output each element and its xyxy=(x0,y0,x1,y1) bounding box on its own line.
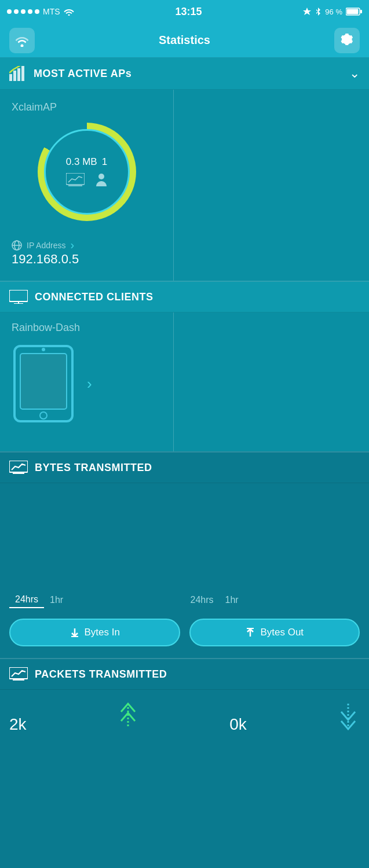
svg-rect-9 xyxy=(66,173,85,185)
person-icon xyxy=(95,172,108,187)
app-header: Statistics xyxy=(0,23,369,58)
svg-rect-8 xyxy=(21,66,24,81)
ap-circle: 0.3 MB 1 xyxy=(12,123,162,221)
monitor-icon xyxy=(9,290,28,304)
gear-icon xyxy=(339,32,355,49)
signal-dots xyxy=(7,9,39,14)
packets-out-arrow xyxy=(337,699,360,734)
client-chevron-icon[interactable]: › xyxy=(87,375,92,393)
status-bar: MTS 13:15 96 % xyxy=(0,0,369,23)
svg-point-0 xyxy=(68,14,70,16)
client-right-panel xyxy=(174,312,369,451)
ip-value: 192.168.0.5 xyxy=(12,252,162,267)
packets-in-value: 2k xyxy=(9,715,27,734)
svg-rect-19 xyxy=(20,354,67,409)
packets-title: PACKETS TRANSMITTED xyxy=(35,668,167,681)
svg-point-21 xyxy=(42,348,45,351)
ip-chevron-icon[interactable]: › xyxy=(70,238,74,252)
bytes-in-24hr-button[interactable]: 24hrs xyxy=(9,592,44,608)
svg-rect-2 xyxy=(347,9,359,14)
circle-inner: 0.3 MB 1 xyxy=(44,129,130,215)
packets-chart-icon xyxy=(9,667,28,681)
client-name: Rainbow-Dash xyxy=(12,322,162,334)
svg-rect-6 xyxy=(13,71,16,81)
tablet-icon xyxy=(12,343,75,424)
chart-icon xyxy=(9,66,27,81)
packets-out-arrow-icon xyxy=(337,699,360,734)
status-right: 96 % xyxy=(303,8,362,16)
settings-button[interactable] xyxy=(334,28,360,53)
packets-in-arrow xyxy=(116,699,140,734)
circle-outer: 0.3 MB 1 xyxy=(38,123,136,221)
bytes-in-1hr-button[interactable]: 1hr xyxy=(44,593,69,608)
most-active-content: XclaimAP 0.3 MB 1 xyxy=(0,90,369,282)
status-time: 13:15 xyxy=(175,6,202,18)
packets-in-stat: 2k xyxy=(9,715,27,734)
clients-header-left: CONNECTED CLIENTS xyxy=(9,290,154,304)
svg-point-20 xyxy=(40,412,47,419)
clients-content: Rainbow-Dash › xyxy=(0,312,369,451)
status-left: MTS xyxy=(7,7,74,16)
clients-title: CONNECTED CLIENTS xyxy=(35,291,154,303)
bytes-time-row: 24hrs 1hr 24hrs 1hr xyxy=(0,587,369,613)
svg-rect-3 xyxy=(360,10,362,13)
bytes-title: BYTES TRANSMITTED xyxy=(35,462,152,474)
ap-right-panel xyxy=(174,90,369,281)
battery-icon xyxy=(346,8,362,16)
bytes-chart-icon xyxy=(9,461,28,475)
bytes-out-24hr-button[interactable]: 24hrs xyxy=(185,593,220,608)
bytes-in-icon xyxy=(70,627,80,638)
most-active-section: MOST ACTIVE APs ⌄ XclaimAP 0.3 MB 1 xyxy=(0,58,369,282)
svg-rect-7 xyxy=(17,68,20,81)
bytes-buttons-row: Bytes In Bytes Out xyxy=(0,613,369,658)
svg-rect-28 xyxy=(9,667,28,679)
connected-clients-section: CONNECTED CLIENTS Rainbow-Dash › xyxy=(0,282,369,451)
location-icon xyxy=(303,8,311,16)
wifi-icon xyxy=(64,8,74,16)
most-active-title: MOST ACTIVE APs xyxy=(34,68,131,80)
svg-rect-15 xyxy=(9,290,28,301)
chevron-down-icon[interactable]: ⌄ xyxy=(349,66,360,81)
page-title: Statistics xyxy=(159,34,210,47)
svg-rect-22 xyxy=(9,461,28,472)
packets-out-stat: 0k xyxy=(229,715,247,734)
most-active-header: MOST ACTIVE APs ⌄ xyxy=(0,58,369,90)
globe-icon xyxy=(12,240,22,251)
svg-point-4 xyxy=(21,44,24,47)
wifi-header-icon xyxy=(14,34,30,47)
bytes-out-1hr-button[interactable]: 1hr xyxy=(220,593,244,608)
bytes-out-button[interactable]: Bytes Out xyxy=(189,619,360,646)
client-left-panel: Rainbow-Dash › xyxy=(0,312,174,451)
ip-info[interactable]: IP Address › 192.168.0.5 xyxy=(12,233,162,269)
packets-in-arrow-icon xyxy=(116,699,140,734)
wifi-button[interactable] xyxy=(9,28,35,53)
tablet-container[interactable]: › xyxy=(12,343,162,424)
bytes-header-left: BYTES TRANSMITTED xyxy=(9,461,152,475)
data-amount: 0.3 MB xyxy=(66,156,97,168)
ip-row: IP Address › xyxy=(12,238,162,252)
carrier-label: MTS xyxy=(43,7,60,16)
battery-percent: 96 % xyxy=(325,8,342,16)
svg-rect-5 xyxy=(9,74,12,81)
ip-label: IP Address xyxy=(27,241,65,250)
most-active-header-left: MOST ACTIVE APs xyxy=(9,66,131,81)
bytes-out-time-group: 24hrs 1hr xyxy=(185,592,360,608)
bytes-chart-area xyxy=(9,483,360,587)
bytes-in-time-group: 24hrs 1hr xyxy=(9,592,185,608)
bytes-in-button[interactable]: Bytes In xyxy=(9,619,180,646)
clients-header: CONNECTED CLIENTS xyxy=(0,282,369,312)
bytes-out-label: Bytes Out xyxy=(260,627,304,638)
bluetooth-icon xyxy=(315,8,321,16)
bytes-transmitted-section: BYTES TRANSMITTED 24hrs 1hr 24hrs 1hr By… xyxy=(0,451,369,658)
packets-header-left: PACKETS TRANSMITTED xyxy=(9,667,167,681)
ap-left-panel: XclaimAP 0.3 MB 1 xyxy=(0,90,174,281)
bytes-out-icon xyxy=(245,627,255,638)
packets-out-value: 0k xyxy=(229,715,247,734)
chart-small-icon xyxy=(66,173,85,187)
packets-transmitted-section: PACKETS TRANSMITTED 2k 0k xyxy=(0,658,369,743)
svg-point-11 xyxy=(98,174,104,179)
client-count: 1 xyxy=(102,156,107,168)
packets-content: 2k 0k xyxy=(0,690,369,743)
bytes-header: BYTES TRANSMITTED xyxy=(0,453,369,483)
ap-name: XclaimAP xyxy=(12,101,162,113)
